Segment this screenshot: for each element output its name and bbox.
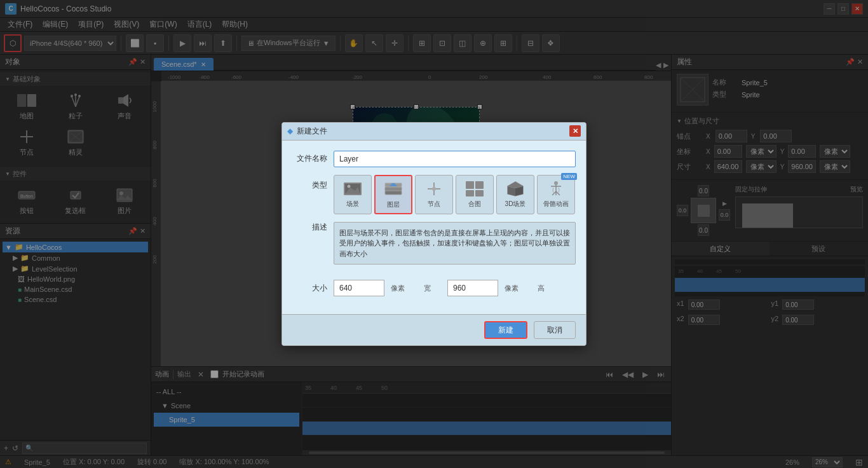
type-node[interactable]: 节点 — [415, 175, 453, 214]
modal-footer: 新建 取消 — [282, 314, 586, 345]
modal-title: ◆ 新建文件 — [287, 126, 327, 137]
filename-row: 文件名称 — [292, 151, 576, 167]
height-unit: 像素 — [505, 284, 519, 293]
create-button[interactable]: 新建 — [484, 321, 527, 339]
scene-type-icon — [341, 179, 364, 198]
composite-type-icon — [463, 179, 486, 198]
composite-type-label: 合图 — [468, 200, 481, 209]
height-label: 高 — [538, 284, 545, 293]
modal-icon: ◆ — [287, 127, 293, 135]
scene3d-type-icon — [504, 179, 527, 198]
modal-body: 文件名称 类型 — [282, 141, 586, 315]
desc-row: 描述 图层与场景不同，图层通常包含的是直接在屏幕上呈现的内容，并且可以接受用户的… — [292, 222, 576, 273]
svg-rect-67 — [475, 190, 484, 196]
type-scene[interactable]: 场景 — [334, 175, 372, 214]
svg-rect-66 — [466, 190, 474, 196]
type-layer[interactable]: 图层 — [374, 175, 412, 214]
skeleton-type-icon — [545, 179, 567, 198]
svg-rect-58 — [385, 187, 402, 191]
type-skeleton[interactable]: NEW 骨骼动画 — [537, 175, 575, 214]
filename-label: 文件名称 — [292, 153, 327, 164]
filename-input[interactable] — [334, 151, 576, 167]
modal-overlay: ◆ 新建文件 ✕ 文件名称 类型 — [0, 0, 868, 468]
type-label: 类型 — [292, 180, 327, 191]
skeleton-type-label: 骨骼动画 — [543, 200, 569, 209]
layer-type-label: 图层 — [387, 200, 400, 209]
cancel-button[interactable]: 取消 — [534, 321, 576, 339]
new-badge: NEW — [561, 173, 577, 180]
svg-rect-57 — [385, 191, 402, 195]
new-file-dialog: ◆ 新建文件 ✕ 文件名称 类型 — [281, 122, 587, 347]
modal-close-btn[interactable]: ✕ — [569, 125, 581, 137]
svg-point-56 — [348, 184, 351, 188]
width-unit: 像素 — [391, 284, 405, 293]
svg-point-76 — [554, 181, 558, 185]
svg-rect-64 — [466, 181, 474, 189]
width-input[interactable] — [334, 280, 384, 296]
svg-point-63 — [432, 187, 436, 191]
type-composite[interactable]: 合图 — [456, 175, 494, 214]
modal-title-bar: ◆ 新建文件 ✕ — [282, 123, 586, 141]
size-label: 大小 — [292, 283, 327, 294]
svg-rect-65 — [475, 181, 484, 189]
svg-line-74 — [552, 191, 556, 195]
layer-type-icon — [382, 180, 405, 199]
size-row: 大小 像素 宽 像素 高 — [292, 280, 576, 296]
scene-type-label: 场景 — [346, 200, 359, 209]
type-row: 类型 场景 — [292, 175, 576, 214]
node-type-icon — [423, 179, 445, 198]
node-type-label: 节点 — [428, 200, 440, 209]
modal-description: 图层与场景不同，图层通常包含的是直接在屏幕上呈现的内容，并且可以接受用户的输入事… — [334, 222, 576, 265]
desc-label: 描述 — [292, 222, 327, 233]
width-label: 宽 — [424, 284, 431, 293]
height-input[interactable] — [447, 280, 498, 296]
type-grid: 场景 图层 — [334, 175, 575, 214]
svg-line-75 — [556, 191, 560, 195]
type-scene3d[interactable]: 3D场景 — [496, 175, 534, 214]
scene3d-type-label: 3D场景 — [505, 200, 526, 209]
